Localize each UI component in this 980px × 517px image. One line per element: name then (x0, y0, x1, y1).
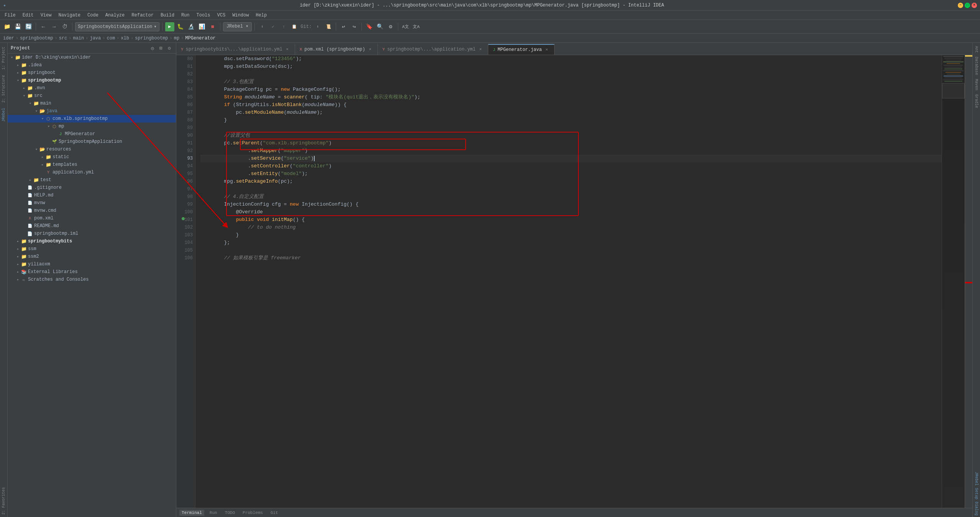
debug-button[interactable]: 🐛 (176, 22, 185, 31)
bottom-tab-terminal[interactable]: Terminal (179, 510, 204, 516)
tree-item-yiliaoxm[interactable]: ▸ 📁 yiliaoxm (8, 260, 176, 268)
code-line-104[interactable]: }; (200, 239, 942, 247)
code-line-94[interactable]: .setController("controller") (200, 162, 942, 170)
tree-item-test[interactable]: ▸ 📁 test (8, 176, 176, 184)
tab-close-3[interactable]: × (478, 47, 483, 52)
code-content[interactable]: dsc.setPassword("123456"); mpg.setDataSo… (195, 55, 942, 508)
minimize-button[interactable]: − (958, 3, 963, 8)
tree-item-spring-app[interactable]: ▸ 🌱 SpringbootmpApplication (8, 138, 176, 146)
tree-item-src[interactable]: ▾ 📁 src (8, 92, 176, 100)
tree-item-external-libs[interactable]: ▸ 📚 External Libraries (8, 268, 176, 276)
panel-settings-btn[interactable]: ⚙ (166, 45, 173, 52)
tree-item-pom[interactable]: ▸ X pom.xml (8, 214, 176, 222)
toolbar-back-btn[interactable]: ← (39, 22, 48, 31)
settings-btn[interactable]: ⚙ (386, 22, 395, 31)
tab-pom-xml[interactable]: X pom.xml (springbootmp) × (295, 44, 378, 55)
tab-mpgenerator-java[interactable]: J MPGenerator.java × (488, 44, 555, 55)
warning-indicator-top[interactable] (965, 55, 972, 57)
right-tool-maven[interactable]: Maven (973, 77, 979, 92)
tree-item-ssm2[interactable]: ▸ 📁 ssm2 (8, 253, 176, 260)
coverage-button[interactable]: 🔬 (187, 22, 196, 31)
left-tab-structure[interactable]: 2: Structure (0, 73, 7, 105)
menu-build[interactable]: Build (158, 12, 177, 19)
code-line-105[interactable] (200, 247, 942, 254)
breadcrumb-xlb[interactable]: xlb (121, 36, 129, 41)
git-log-btn[interactable]: 📜 (324, 22, 333, 31)
project-config-dropdown[interactable]: SpringbootmybitsApplication ▾ (75, 22, 159, 31)
code-line-88[interactable]: } (200, 116, 942, 124)
right-tool-ant[interactable]: Ant (973, 44, 979, 54)
menu-run[interactable]: Run (178, 12, 193, 19)
tree-item-springbootmybits[interactable]: ▸ 📁 springbootmybits (8, 237, 176, 245)
code-line-82[interactable] (200, 70, 942, 78)
code-line-86[interactable]: if (StringUtils.isNotBlank(moduleName)) … (200, 101, 942, 109)
code-line-102[interactable]: // to do nothing (200, 224, 942, 231)
tree-item-iml[interactable]: ▸ 📄 springbootmp.iml (8, 230, 176, 237)
code-line-95[interactable]: .setEntity("model"); (200, 170, 942, 178)
tree-item-resources[interactable]: ▾ 📂 resources (8, 146, 176, 153)
breadcrumb-mp[interactable]: mp (174, 36, 179, 41)
tree-item-mvnw[interactable]: ▸ 📄 mvnw (8, 199, 176, 207)
right-tool-database[interactable]: Database (973, 55, 979, 77)
jrebel-dropdown[interactable]: JRebel ▾ (223, 22, 252, 31)
close-button[interactable]: × (972, 3, 977, 8)
menu-help[interactable]: Help (253, 12, 270, 19)
tree-item-springboot[interactable]: ▸ 📁 springboot (8, 69, 176, 77)
maximize-button[interactable]: □ (965, 3, 970, 8)
code-line-98[interactable]: // 4.自定义配置 (200, 193, 942, 201)
toolbar-recent-btn[interactable]: ⏱ (60, 22, 69, 31)
tab-springbootmp-yml[interactable]: Y springbootmp\...\application.yml × (378, 44, 488, 55)
menu-vcs[interactable]: VCS (214, 12, 229, 19)
tree-item-ider[interactable]: ▾ 📁 ider D:\zking\xuexin\ider (8, 54, 176, 61)
breadcrumb-springbootmp2[interactable]: springbootmp (135, 36, 168, 41)
tree-item-app-yml[interactable]: ▸ Y application.yml (8, 169, 176, 176)
tree-item-com-xlb[interactable]: ▾ ⬡ com.xlb.springbootmp (8, 115, 176, 123)
run-button[interactable]: ▶ (165, 22, 174, 31)
breadcrumb-springbootmp[interactable]: springbootmp (20, 36, 53, 41)
profile-button[interactable]: 📊 (197, 22, 207, 31)
right-tool-jrebel-setup[interactable]: JRebel Setup Dialog (973, 470, 979, 517)
bookmark-btn[interactable]: 🔖 (364, 22, 374, 31)
code-line-81[interactable]: mpg.setDataSource(dsc); (200, 63, 942, 70)
left-tab-project[interactable]: 1: Project (0, 44, 7, 72)
left-tab-jrebel[interactable]: JRebel (0, 106, 7, 124)
bottom-tab-git[interactable]: Git (268, 510, 281, 516)
code-line-96[interactable]: mpg.setPackageInfo(pc); (200, 178, 942, 185)
toolbar-open-btn[interactable]: 📁 (2, 22, 11, 31)
tree-item-readme[interactable]: ▸ 📄 README.md (8, 222, 176, 230)
breadcrumb-java[interactable]: java (90, 36, 101, 41)
menu-view[interactable]: View (38, 12, 55, 19)
minimap[interactable] (942, 55, 965, 508)
menu-file[interactable]: File (2, 12, 19, 19)
tree-item-mp[interactable]: ▾ ⬡ mp (8, 123, 176, 130)
code-line-93[interactable]: .setService("service") (200, 155, 942, 162)
code-line-83[interactable]: // 3.包配置 (200, 78, 942, 86)
code-line-100[interactable]: @Override (200, 208, 942, 216)
menu-refactor[interactable]: Refactor (128, 12, 157, 19)
tab-close-4[interactable]: × (544, 47, 550, 52)
tree-item-java[interactable]: ▾ 📂 java (8, 107, 176, 115)
code-line-97[interactable] (200, 185, 942, 193)
find-btn[interactable]: 🔍 (375, 22, 384, 31)
translate-btn[interactable]: A文 (401, 22, 410, 31)
code-line-106[interactable]: // 如果模板引擎是 freemarker (200, 254, 942, 262)
toolbar-save-btn[interactable]: 💾 (13, 22, 22, 31)
breadcrumb-main[interactable]: main (73, 36, 84, 41)
translate2-btn[interactable]: 文A (412, 22, 421, 31)
tree-item-idea[interactable]: ▸ 📁 .idea (8, 61, 176, 69)
code-line-92[interactable]: .setMapper("mapper") (200, 147, 942, 155)
tree-item-static[interactable]: ▸ 📁 static (8, 153, 176, 161)
menu-analyze[interactable]: Analyze (102, 12, 128, 19)
code-line-84[interactable]: PackageConfig pc = new PackageConfig(); (200, 86, 942, 93)
tab-close-1[interactable]: × (285, 47, 290, 52)
tree-item-help[interactable]: ▸ 📄 HELP.md (8, 191, 176, 199)
menu-tools[interactable]: Tools (194, 12, 213, 19)
code-line-101[interactable]: public void initMap() { (200, 216, 942, 224)
bottom-tab-problems[interactable]: Problems (240, 510, 265, 516)
code-line-103[interactable]: } (200, 231, 942, 239)
tree-item-templates[interactable]: ▸ 📁 templates (8, 161, 176, 169)
code-line-85[interactable]: String moduleName = scanner( tip: "模块名(q… (200, 93, 942, 101)
code-line-91[interactable]: pc.setParent("com.xlb.springbootmp") (200, 139, 942, 147)
menu-window[interactable]: Window (229, 12, 252, 19)
menu-edit[interactable]: Edit (20, 12, 37, 19)
